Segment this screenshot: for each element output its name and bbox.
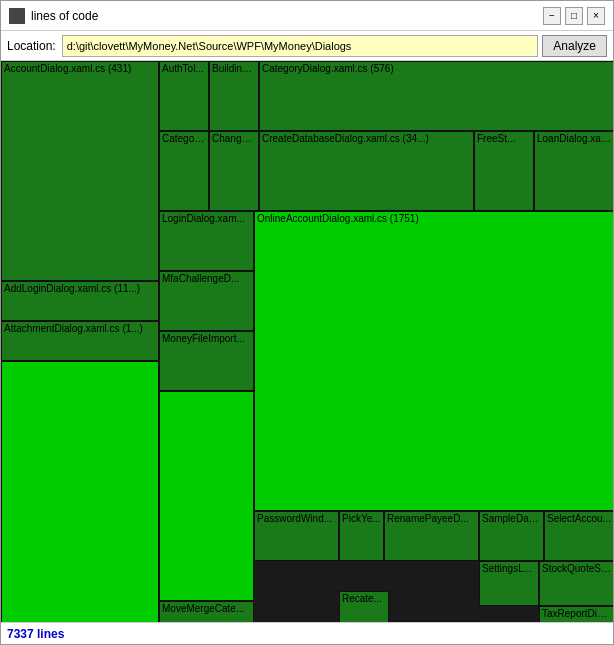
status-text: 7337 lines: [7, 627, 64, 641]
location-bar: Location: Analyze: [1, 31, 613, 61]
status-bar: 7337 lines: [1, 622, 613, 644]
block-mid_big[interactable]: [159, 391, 254, 601]
block-label-SelectAccou: SelectAccou...: [547, 513, 611, 525]
block-label-FreeSt: FreeSt...: [477, 133, 515, 145]
block-MoneyFileImport[interactable]: MoneyFileImport...: [159, 331, 254, 391]
block-label-RenamePayeeD: RenamePayeeD...: [387, 513, 469, 525]
treemap: AccountDialog.xaml.cs (431)AuthTol...Bui…: [1, 61, 613, 622]
block-MoveMergeCate[interactable]: MoveMergeCate...: [159, 601, 254, 622]
close-button[interactable]: ×: [587, 7, 605, 25]
location-input[interactable]: [62, 35, 539, 57]
analyze-button[interactable]: Analyze: [542, 35, 607, 57]
block-label-LoginDialog: LoginDialog.xam...: [162, 213, 245, 225]
block-AuthTol[interactable]: AuthTol...: [159, 61, 209, 131]
block-LoginDialog[interactable]: LoginDialog.xam...: [159, 211, 254, 271]
block-label-AddLoginDialog: AddLoginDialog.xaml.cs (11...): [4, 283, 140, 295]
app-icon: [9, 8, 25, 24]
block-label-Recate: Recate...: [342, 593, 382, 605]
block-label-MfaChallengeD: MfaChallengeD...: [162, 273, 239, 285]
block-CreateDatabaseDialog[interactable]: CreateDatabaseDialog.xaml.cs (34...): [259, 131, 474, 211]
block-label-ChangePasswo: ChangePasswo...: [212, 133, 256, 145]
block-label-AuthTol: AuthTol...: [162, 63, 204, 75]
block-label-SettingsL: SettingsL...: [482, 563, 532, 575]
block-label-MoveMergeCate: MoveMergeCate...: [162, 603, 244, 615]
block-SettingsL[interactable]: SettingsL...: [479, 561, 539, 606]
block-RenamePayeeD[interactable]: RenamePayeeD...: [384, 511, 479, 561]
block-CategoryXaml[interactable]: Category...: [159, 131, 209, 211]
block-label-AttachmentDialog: AttachmentDialog.xaml.cs (1...): [4, 323, 143, 335]
block-label-MoneyFileImport: MoneyFileImport...: [162, 333, 245, 345]
block-StockQuoteServi[interactable]: StockQuoteServi...: [539, 561, 613, 606]
block-label-PasswordWind: PasswordWind...: [257, 513, 332, 525]
title-bar: lines of code − □ ×: [1, 1, 613, 31]
block-BuildingD[interactable]: BuildingD...: [209, 61, 259, 131]
block-label-SampleDatab: SampleDatab...: [482, 513, 541, 525]
block-MfaChallengeD[interactable]: MfaChallengeD...: [159, 271, 254, 331]
block-left_big[interactable]: [1, 361, 159, 622]
block-AddLoginDialog[interactable]: AddLoginDialog.xaml.cs (11...): [1, 281, 159, 321]
window-controls: − □ ×: [543, 7, 605, 25]
block-SelectAccou[interactable]: SelectAccou...: [544, 511, 613, 561]
block-Recate[interactable]: Recate...: [339, 591, 389, 622]
block-label-TaxReportDialog: TaxReportDialog...: [542, 608, 611, 620]
block-FreeSt[interactable]: FreeSt...: [474, 131, 534, 211]
block-PickYe[interactable]: PickYe...: [339, 511, 384, 561]
block-AccountDialog[interactable]: AccountDialog.xaml.cs (431): [1, 61, 159, 281]
minimize-button[interactable]: −: [543, 7, 561, 25]
block-SampleDatab[interactable]: SampleDatab...: [479, 511, 544, 561]
block-ReportRangeDialo[interactable]: ReportRangeDialo...: [389, 621, 479, 622]
location-label: Location:: [7, 39, 56, 53]
block-label-OnlineAccountDialog: OnlineAccountDialog.xaml.cs (1751): [257, 213, 419, 225]
main-window: lines of code − □ × Location: Analyze Ac…: [0, 0, 614, 645]
block-label-StockQuoteServi: StockQuoteServi...: [542, 563, 611, 575]
window-title: lines of code: [31, 9, 543, 23]
block-label-PickYe: PickYe...: [342, 513, 381, 525]
block-label-AccountDialog: AccountDialog.xaml.cs (431): [4, 63, 131, 75]
block-label-LoanDialog: LoanDialog.xaml.cs...: [537, 133, 611, 145]
block-CategoryDialog[interactable]: CategoryDialog.xaml.cs (576): [259, 61, 613, 131]
block-ChangePasswo[interactable]: ChangePasswo...: [209, 131, 259, 211]
maximize-button[interactable]: □: [565, 7, 583, 25]
block-label-CategoryXaml: Category...: [162, 133, 206, 145]
block-OnlineAccountDialog[interactable]: OnlineAccountDialog.xaml.cs (1751): [254, 211, 613, 511]
block-label-BuildingD: BuildingD...: [212, 63, 256, 75]
block-AttachmentDialog[interactable]: AttachmentDialog.xaml.cs (1...): [1, 321, 159, 361]
block-PasswordWind[interactable]: PasswordWind...: [254, 511, 339, 561]
block-label-CreateDatabaseDialog: CreateDatabaseDialog.xaml.cs (34...): [262, 133, 429, 145]
block-LoanDialog[interactable]: LoanDialog.xaml.cs...: [534, 131, 613, 211]
block-label-CategoryDialog: CategoryDialog.xaml.cs (576): [262, 63, 394, 75]
block-TaxReportDialog[interactable]: TaxReportDialog...: [539, 606, 613, 622]
